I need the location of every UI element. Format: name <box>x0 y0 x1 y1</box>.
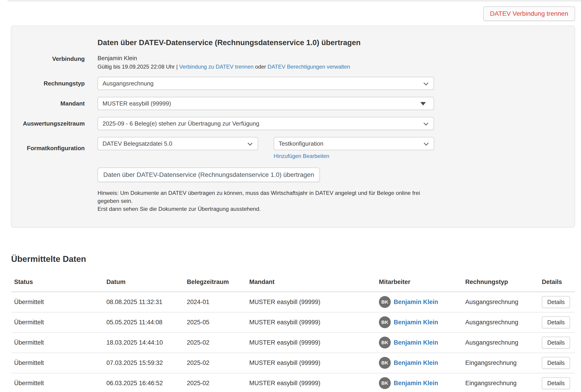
table-header-row: Status Datum Belegzeitraum Mandant Mitar… <box>11 278 575 292</box>
connection-label: Verbindung <box>11 55 85 62</box>
details-cell: Details <box>542 292 575 312</box>
datum-cell: 07.03.2025 15:59:32 <box>106 353 187 373</box>
connection-user-name: Benjamin Klein <box>97 55 350 62</box>
add-configuration-link[interactable]: Hinzufügen <box>274 153 301 159</box>
datev-disconnect-button[interactable]: DATEV Verbindung trennen <box>483 6 575 21</box>
mitarbeiter-cell: BK Benjamin Klein <box>379 373 465 392</box>
format-select[interactable]: DATEV Belegsatzdatei 5.0 <box>97 137 258 150</box>
table-row: Übermittelt 06.03.2025 16:46:52 2025-02 … <box>11 373 575 392</box>
chevron-down-icon <box>248 141 252 146</box>
chevron-down-icon <box>424 141 429 146</box>
datum-cell: 06.03.2025 16:46:52 <box>106 373 187 392</box>
column-header-belegzeitraum: Belegzeitraum <box>187 278 249 292</box>
invoice-type-select[interactable]: Ausgangsrechnung <box>97 77 434 90</box>
mitarbeiter-cell: BK Benjamin Klein <box>379 292 465 312</box>
configuration-links: Hinzufügen Bearbeiten <box>274 153 434 159</box>
mandant-cell: MUSTER easybill (99999) <box>249 373 379 392</box>
details-button[interactable]: Details <box>542 336 570 349</box>
format-configuration-row: Formatkonfiguration DATEV Belegsatzdatei… <box>11 137 575 159</box>
column-header-details: Details <box>542 278 575 292</box>
mitarbeiter-link[interactable]: Benjamin Klein <box>394 339 438 346</box>
column-header-datum: Datum <box>106 278 187 292</box>
transmitted-data-table: Status Datum Belegzeitraum Mandant Mitar… <box>11 278 575 392</box>
details-cell: Details <box>542 332 575 353</box>
column-header-status: Status <box>11 278 106 292</box>
rechnungstyp-cell: Ausgangsrechnung <box>465 292 542 312</box>
chevron-down-icon <box>424 81 428 86</box>
rechnungstyp-cell: Ausgangsrechnung <box>465 332 542 353</box>
status-cell: Übermittelt <box>11 312 106 332</box>
status-cell: Übermittelt <box>11 292 106 312</box>
datev-transfer-panel: Daten über DATEV-Datenservice (Rechnungs… <box>11 26 575 228</box>
mitarbeiter-link[interactable]: Benjamin Klein <box>394 298 438 306</box>
mandant-cell: MUSTER easybill (99999) <box>249 353 379 373</box>
table-row: Übermittelt 08.08.2025 11:32:31 2024-01 … <box>11 292 575 312</box>
details-cell: Details <box>542 312 575 332</box>
details-button[interactable]: Details <box>542 377 570 389</box>
disconnect-datev-link[interactable]: Verbindung zu DATEV trennen <box>179 64 253 70</box>
avatar: BK <box>379 336 391 348</box>
transmitted-data-heading: Übermittelte Daten <box>11 254 581 264</box>
transfer-submit-button[interactable]: Daten über DATEV-Datenservice (Rechnungs… <box>97 168 320 182</box>
avatar: BK <box>379 296 391 308</box>
edit-configuration-link[interactable]: Bearbeiten <box>303 153 329 159</box>
belegzeitraum-cell: 2024-01 <box>187 292 249 312</box>
chevron-down-icon <box>424 121 428 126</box>
hint-line-2: Erst dann sehen Sie die Dokumente zur Üb… <box>97 205 439 213</box>
details-cell: Details <box>542 353 575 373</box>
datum-cell: 05.05.2025 11:44:08 <box>106 312 187 332</box>
table-row: Übermittelt 07.03.2025 15:59:32 2025-02 … <box>11 353 575 373</box>
client-label: Mandant <box>11 100 85 107</box>
format-value: DATEV Belegsatzdatei 5.0 <box>102 140 172 147</box>
mandant-cell: MUSTER easybill (99999) <box>249 292 379 312</box>
evaluation-period-value: 2025-09 - 6 Beleg(e) stehen zur Übertrag… <box>102 120 259 127</box>
status-cell: Übermittelt <box>11 332 106 353</box>
datum-cell: 18.03.2025 14:44:10 <box>106 332 187 353</box>
column-header-mitarbeiter: Mitarbeiter <box>379 278 465 292</box>
client-row: Mandant MUSTER easybill (99999) <box>11 97 575 110</box>
mitarbeiter-link[interactable]: Benjamin Klein <box>394 319 438 326</box>
details-button[interactable]: Details <box>542 316 570 328</box>
column-header-mandant: Mandant <box>249 278 379 292</box>
rechnungstyp-cell: Ausgangsrechnung <box>465 312 542 332</box>
invoice-type-value: Ausgangsrechnung <box>102 80 154 87</box>
avatar: BK <box>379 316 391 328</box>
mitarbeiter-cell: BK Benjamin Klein <box>379 332 465 353</box>
mandant-cell: MUSTER easybill (99999) <box>249 312 379 332</box>
datev-settings-page: DATEV Verbindung trennen Daten über DATE… <box>0 0 581 392</box>
manage-permissions-link[interactable]: DATEV Berechtigungen verwalten <box>267 64 350 70</box>
status-cell: Übermittelt <box>11 373 106 392</box>
avatar: BK <box>379 377 391 389</box>
invoice-type-label: Rechnungstyp <box>11 80 85 87</box>
client-select[interactable]: MUSTER easybill (99999) <box>97 97 434 110</box>
mitarbeiter-link[interactable]: Benjamin Klein <box>394 360 438 366</box>
evaluation-period-row: Auswertungszeitraum 2025-09 - 6 Beleg(e)… <box>11 117 575 130</box>
rechnungstyp-cell: Eingangsrechnung <box>465 373 542 392</box>
status-cell: Übermittelt <box>11 353 106 373</box>
datum-cell: 08.08.2025 11:32:31 <box>106 292 187 312</box>
table-row: Übermittelt 05.05.2025 11:44:08 2025-05 … <box>11 312 575 332</box>
details-button[interactable]: Details <box>542 296 570 308</box>
topbar: DATEV Verbindung trennen <box>0 0 581 21</box>
mitarbeiter-cell: BK Benjamin Klein <box>379 353 465 373</box>
details-cell: Details <box>542 373 575 392</box>
conjunction-text: oder <box>255 64 266 70</box>
mitarbeiter-cell: BK Benjamin Klein <box>379 312 465 332</box>
belegzeitraum-cell: 2025-02 <box>187 353 249 373</box>
hint-line-1: Hinweis: Um Dokumente an DATEV übertrage… <box>97 189 439 205</box>
format-configuration-label: Formatkonfiguration <box>11 145 85 152</box>
evaluation-period-label: Auswertungszeitraum <box>11 120 85 127</box>
configuration-value: Testkonfiguration <box>279 140 324 147</box>
top-edge-strip <box>7 0 581 2</box>
connection-row: Verbindung Benjamin Klein Gültig bis 19.… <box>11 55 575 70</box>
rechnungstyp-cell: Eingangsrechnung <box>465 353 542 373</box>
caret-down-icon <box>420 102 426 106</box>
mitarbeiter-link[interactable]: Benjamin Klein <box>394 380 438 387</box>
configuration-select[interactable]: Testkonfiguration <box>274 137 434 150</box>
table-row: Übermittelt 18.03.2025 14:44:10 2025-02 … <box>11 332 575 353</box>
column-header-rechnungstyp: Rechnungstyp <box>465 278 542 292</box>
evaluation-period-select[interactable]: 2025-09 - 6 Beleg(e) stehen zur Übertrag… <box>97 117 434 130</box>
mandant-cell: MUSTER easybill (99999) <box>249 332 379 353</box>
details-button[interactable]: Details <box>542 357 570 369</box>
client-value: MUSTER easybill (99999) <box>102 100 171 107</box>
